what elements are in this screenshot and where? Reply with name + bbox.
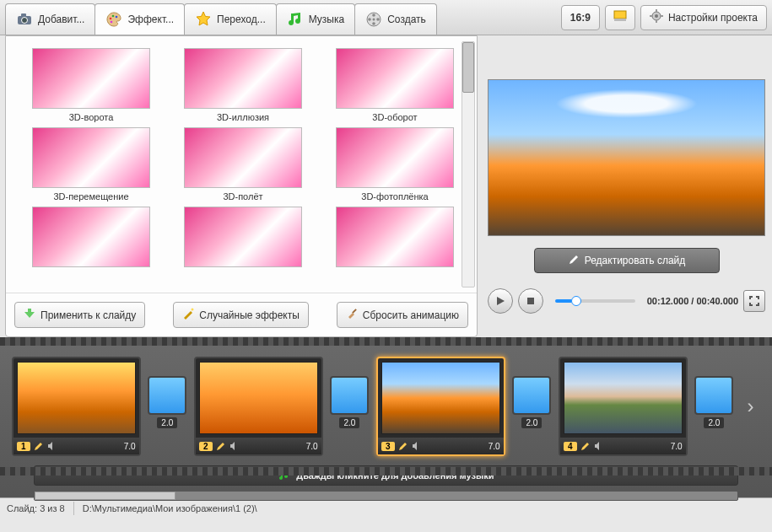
svg-rect-22 [352, 309, 357, 314]
effect-item[interactable]: 3D-оборот [332, 48, 458, 122]
transition-duration: 2.0 [704, 417, 724, 428]
slides-strip: 17.02.027.02.037.02.047.02.0› [0, 346, 772, 460]
music-icon [287, 11, 304, 28]
tab-label: Создать [387, 13, 426, 25]
svg-rect-14 [614, 19, 626, 21]
timeline-scrollbar[interactable] [34, 491, 738, 501]
effect-thumb [32, 48, 150, 109]
stop-button[interactable] [518, 288, 543, 314]
button-label: Сбросить анимацию [363, 309, 459, 321]
timeline-slide[interactable]: 37.0 [376, 357, 505, 456]
slide-info-bar: 17.0 [13, 438, 139, 454]
slide-number: 2 [199, 442, 213, 451]
tab-music[interactable]: Музыка [276, 3, 355, 35]
sound-icon [229, 441, 240, 451]
sound-icon [594, 441, 604, 451]
effect-item[interactable]: 3D-полёт [180, 127, 306, 202]
effect-item[interactable]: 3D-ворота [28, 48, 154, 122]
button-label: Случайные эффекты [199, 309, 300, 321]
timeline-next-arrow[interactable]: › [741, 360, 760, 453]
preview-image [488, 79, 765, 236]
pencil-icon [580, 441, 591, 451]
button-label: Применить к слайду [40, 309, 136, 321]
edit-slide-button[interactable]: Редактировать слайд [534, 248, 720, 273]
timeline-slide[interactable]: 47.0 [559, 357, 688, 456]
effect-item[interactable] [332, 207, 458, 267]
scrollbar-thumb[interactable] [35, 492, 175, 500]
effect-thumb [336, 207, 454, 267]
svg-point-21 [192, 309, 194, 311]
reset-animation-button[interactable]: Сбросить анимацию [337, 302, 468, 328]
aspect-ratio-button[interactable]: 16:9 [561, 5, 600, 30]
transition-thumb [512, 376, 551, 415]
tab-add[interactable]: Добавит... [5, 3, 95, 35]
apply-effect-button[interactable]: Применить к слайду [14, 302, 145, 328]
star-icon [195, 11, 212, 28]
gear-icon [650, 9, 663, 25]
tab-label: Добавит... [38, 13, 84, 25]
effect-item[interactable] [180, 207, 306, 267]
time-display: 00:12.000 / 00:40.000 [647, 296, 738, 306]
arrow-down-icon [24, 308, 35, 322]
reel-icon [365, 11, 382, 28]
broom-icon [346, 308, 358, 322]
effects-scrollbar[interactable] [462, 41, 475, 287]
effect-item[interactable]: 3D-иллюзия [180, 48, 306, 122]
palette-icon [105, 11, 122, 28]
player-controls: 00:12.000 / 00:40.000 [488, 288, 765, 314]
svg-rect-2 [21, 13, 26, 17]
transition[interactable]: 2.0 [693, 376, 736, 437]
project-settings-button[interactable]: Настройки проекта [640, 5, 767, 30]
sound-icon [47, 441, 57, 451]
slide-duration: 7.0 [671, 442, 683, 451]
slide-duration: 7.0 [306, 442, 318, 451]
effect-label: 3D-иллюзия [217, 112, 269, 122]
transition-thumb [330, 376, 369, 415]
svg-rect-18 [656, 20, 657, 23]
effects-grid: 3D-ворота 3D-иллюзия 3D-оборот 3D-переме… [6, 36, 477, 293]
status-path: D:\Мультимедиа\Мои изображения\1 (2)\ [83, 503, 257, 513]
timeline-slide[interactable]: 17.0 [12, 357, 141, 456]
slide-info-bar: 27.0 [196, 438, 321, 454]
aspect-ratio-label: 16:9 [570, 12, 591, 24]
timeline: 17.02.027.02.037.02.047.02.0› Дважды кли… [0, 337, 772, 497]
timeline-slide[interactable]: 27.0 [194, 357, 323, 456]
svg-point-4 [112, 15, 115, 18]
transition[interactable]: 2.0 [146, 376, 189, 437]
preview-decor [543, 87, 709, 121]
tab-effects[interactable]: Эффект... [94, 3, 185, 35]
separator [73, 502, 74, 515]
svg-rect-17 [656, 9, 657, 12]
effect-item[interactable] [28, 207, 154, 267]
random-effects-button[interactable]: Случайные эффекты [173, 302, 309, 328]
effect-thumb [184, 48, 302, 109]
tab-create[interactable]: Создать [354, 3, 437, 35]
time-slider[interactable] [555, 299, 635, 303]
sound-icon [412, 441, 422, 451]
transition[interactable]: 2.0 [510, 376, 553, 437]
transition-duration: 2.0 [339, 417, 359, 428]
display-mode-button[interactable] [605, 5, 635, 30]
transition[interactable]: 2.0 [328, 376, 371, 437]
slide-info-bar: 47.0 [560, 438, 686, 454]
svg-rect-13 [614, 11, 626, 19]
svg-rect-23 [527, 298, 534, 304]
effect-item[interactable]: 3D-перемещение [28, 127, 154, 202]
slider-handle[interactable] [571, 296, 581, 306]
svg-point-1 [22, 18, 28, 24]
svg-point-8 [372, 13, 375, 17]
slide-duration: 7.0 [124, 442, 136, 451]
tab-label: Музыка [309, 13, 344, 25]
tab-transitions[interactable]: Переход... [184, 3, 277, 35]
transition-duration: 2.0 [157, 417, 177, 428]
scrollbar-thumb[interactable] [462, 42, 474, 93]
play-button[interactable] [488, 288, 513, 314]
svg-point-16 [655, 14, 658, 18]
svg-point-3 [110, 18, 112, 20]
slide-thumb [17, 362, 136, 434]
effect-item[interactable]: 3D-фотоплёнка [332, 127, 458, 202]
fullscreen-button[interactable] [743, 290, 765, 312]
svg-point-9 [376, 18, 380, 21]
slide-number: 1 [17, 442, 30, 451]
film-decor [0, 467, 772, 476]
